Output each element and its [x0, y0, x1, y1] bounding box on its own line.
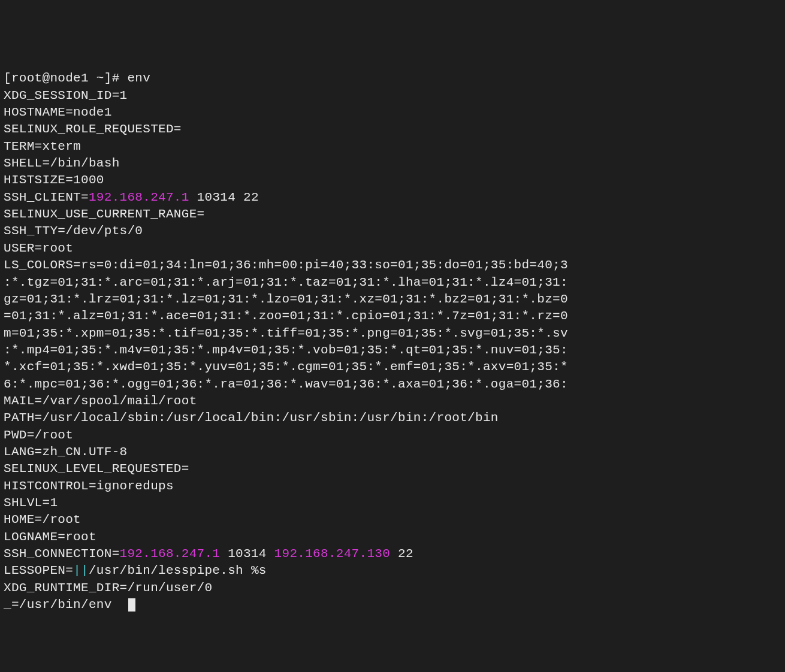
output-line: _=/usr/bin/env	[4, 597, 781, 613]
env-var-line: LANG=zh_CN.UTF-8	[4, 445, 127, 459]
output-line: MAIL=/var/spool/mail/root	[4, 393, 781, 410]
env-var-line: SHLVL=1	[4, 496, 58, 510]
env-var-line: 6:*.mpc=01;36:*.ogg=01;36:*.ra=01;36:*.w…	[4, 377, 568, 391]
env-var-line: HISTCONTROL=ignoredups	[4, 479, 174, 493]
output-line: HOME=/root	[4, 511, 781, 528]
output-line: HISTSIZE=1000	[4, 172, 781, 189]
env-var-line: *.xcf=01;35:*.xwd=01;35:*.yuv=01;35:*.cg…	[4, 360, 568, 374]
env-var-line: :*.tgz=01;31:*.arc=01;31:*.arj=01;31:*.t…	[4, 276, 568, 289]
shell-prompt: [root@node1 ~]#	[4, 71, 127, 85]
env-var-line: XDG_RUNTIME_DIR=/run/user/0	[4, 581, 212, 595]
output-line: SHELL=/bin/bash	[4, 155, 781, 172]
output-line: SHLVL=1	[4, 495, 781, 511]
env-var-line: _=/usr/bin/env	[4, 598, 112, 612]
env-var-line: =01;31:*.alz=01;31:*.ace=01;31:*.zoo=01;…	[4, 309, 568, 323]
env-var-key: LESSOPEN=	[4, 564, 73, 577]
env-var-line: SELINUX_LEVEL_REQUESTED=	[4, 462, 189, 476]
output-line: LS_COLORS=rs=0:di=01;34:ln=01;36:mh=00:p…	[4, 257, 781, 274]
port-number: 10314	[220, 547, 274, 561]
output-line: SELINUX_USE_CURRENT_RANGE=	[4, 206, 781, 223]
output-line: LOGNAME=root	[4, 529, 781, 546]
output-line: USER=root	[4, 240, 781, 257]
env-var-line: SSH_TTY=/dev/pts/0	[4, 224, 143, 238]
output-line: 6:*.mpc=01;36:*.ogg=01;36:*.ra=01;36:*.w…	[4, 376, 781, 393]
output-line: PWD=/root	[4, 427, 781, 444]
output-line: SELINUX_ROLE_REQUESTED=	[4, 121, 781, 138]
output-line: SSH_CLIENT=192.168.247.1 10314 22	[4, 189, 781, 206]
output-line: HISTCONTROL=ignoredups	[4, 478, 781, 495]
output-line: *.xcf=01;35:*.xwd=01;35:*.yuv=01;35:*.cg…	[4, 359, 781, 376]
env-var-line: SHELL=/bin/bash	[4, 156, 120, 170]
env-var-line: TERM=xterm	[4, 140, 81, 153]
cursor	[128, 598, 135, 612]
output-line: :*.tgz=01;31:*.arc=01;31:*.arj=01;31:*.t…	[4, 274, 781, 291]
env-var-line: HISTSIZE=1000	[4, 173, 104, 187]
env-var-line: PATH=/usr/local/sbin:/usr/local/bin:/usr…	[4, 411, 499, 425]
env-var-line: MAIL=/var/spool/mail/root	[4, 394, 197, 408]
ip-address: 192.168.247.1	[89, 190, 189, 204]
output-line: m=01;35:*.xpm=01;35:*.tif=01;35:*.tiff=0…	[4, 325, 781, 342]
output-line: SSH_TTY=/dev/pts/0	[4, 223, 781, 240]
port-number: 22	[390, 547, 413, 561]
env-var-value: /usr/bin/lesspipe.sh %s	[89, 564, 267, 577]
env-var-line: SELINUX_ROLE_REQUESTED=	[4, 122, 182, 136]
env-var-line: m=01;35:*.xpm=01;35:*.tif=01;35:*.tiff=0…	[4, 326, 568, 340]
env-var-line: :*.mp4=01;35:*.m4v=01;35:*.mp4v=01;35:*.…	[4, 343, 568, 357]
terminal-output[interactable]: [root@node1 ~]# envXDG_SESSION_ID=1HOSTN…	[4, 70, 781, 613]
env-var-line: LOGNAME=root	[4, 530, 96, 544]
output-line: PATH=/usr/local/sbin:/usr/local/bin:/usr…	[4, 410, 781, 426]
command-text: env	[127, 71, 150, 85]
env-var-line: gz=01;31:*.lrz=01;31:*.lz=01;31:*.lzo=01…	[4, 292, 568, 306]
env-var-line: HOSTNAME=node1	[4, 105, 112, 119]
port-number: 10314 22	[189, 190, 259, 204]
pipe-symbol: ||	[73, 564, 89, 577]
output-line: HOSTNAME=node1	[4, 104, 781, 121]
output-line: TERM=xterm	[4, 138, 781, 155]
env-var-key: SSH_CLIENT=	[4, 190, 89, 204]
output-line: SSH_CONNECTION=192.168.247.1 10314 192.1…	[4, 546, 781, 562]
command-line: [root@node1 ~]# env	[4, 70, 781, 87]
output-line: gz=01;31:*.lrz=01;31:*.lz=01;31:*.lzo=01…	[4, 291, 781, 308]
ip-address: 192.168.247.130	[274, 547, 391, 561]
ip-address: 192.168.247.1	[120, 547, 221, 561]
output-line: LANG=zh_CN.UTF-8	[4, 444, 781, 461]
env-var-line: USER=root	[4, 241, 73, 255]
env-var-line: HOME=/root	[4, 513, 81, 526]
output-line: SELINUX_LEVEL_REQUESTED=	[4, 461, 781, 477]
output-line: :*.mp4=01;35:*.m4v=01;35:*.mp4v=01;35:*.…	[4, 342, 781, 359]
env-var-line: XDG_SESSION_ID=1	[4, 89, 127, 102]
output-line: =01;31:*.alz=01;31:*.ace=01;31:*.zoo=01;…	[4, 308, 781, 325]
output-line: XDG_RUNTIME_DIR=/run/user/0	[4, 580, 781, 597]
env-var-line: SELINUX_USE_CURRENT_RANGE=	[4, 207, 204, 221]
output-line: LESSOPEN=||/usr/bin/lesspipe.sh %s	[4, 562, 781, 579]
output-line: XDG_SESSION_ID=1	[4, 87, 781, 104]
env-var-line: PWD=/root	[4, 428, 73, 442]
env-var-key: SSH_CONNECTION=	[4, 547, 120, 561]
env-var-line: LS_COLORS=rs=0:di=01;34:ln=01;36:mh=00:p…	[4, 258, 568, 272]
